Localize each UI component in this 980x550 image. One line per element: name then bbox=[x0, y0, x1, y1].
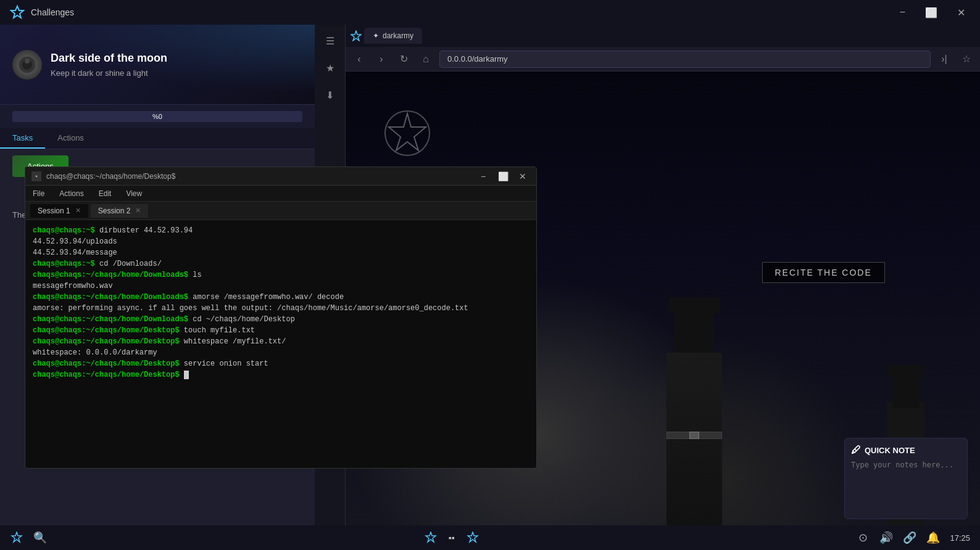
quick-note-header: 🖊 QUICK NOTE bbox=[851, 445, 961, 456]
taskbar-left: 🔍 bbox=[10, 531, 47, 544]
sidebar-menu-icon[interactable]: ☰ bbox=[320, 31, 340, 51]
browser-reload-button[interactable]: ↻ bbox=[395, 51, 412, 68]
svg-point-5 bbox=[385, 111, 430, 155]
challenge-header: Dark side of the moon Keep it dark or sh… bbox=[0, 25, 315, 105]
darkarmy-star-logo bbox=[383, 109, 432, 160]
challenge-avatar bbox=[12, 50, 42, 80]
taskbar-app-icon[interactable] bbox=[10, 531, 23, 544]
terminal-menu-view[interactable]: View bbox=[118, 186, 149, 201]
terminal-title-left: ▪ chaqs@chaqs:~/chaqs/home/Desktop$ bbox=[31, 171, 175, 181]
app-title: Challenges bbox=[31, 7, 74, 17]
progress-label: %0 bbox=[152, 113, 162, 120]
quick-note-title: QUICK NOTE bbox=[865, 446, 915, 455]
browser-logo-icon bbox=[351, 30, 362, 41]
terminal-menubar: File Actions Edit View bbox=[25, 186, 536, 202]
quick-note-panel: 🖊 QUICK NOTE bbox=[844, 438, 968, 519]
minimize-button[interactable]: − bbox=[895, 4, 910, 20]
taskbar-right: ⊙ 🔊 🔗 🔔 17:25 bbox=[856, 531, 970, 544]
top-bar: Challenges − ⬜ ✕ bbox=[0, 0, 980, 25]
quick-note-icon: 🖊 bbox=[851, 445, 861, 456]
progress-bar-bg: %0 bbox=[12, 111, 302, 122]
taskbar-display-icon[interactable]: ⊙ bbox=[856, 531, 870, 544]
top-bar-right: − ⬜ ✕ bbox=[895, 4, 970, 21]
browser-home-button[interactable]: ⌂ bbox=[417, 51, 434, 68]
terminal-menu-file[interactable]: File bbox=[25, 186, 52, 201]
taskbar-clock: 17:25 bbox=[950, 533, 970, 543]
svg-marker-8 bbox=[426, 532, 436, 542]
challenge-subtitle: Keep it dark or shine a light bbox=[51, 68, 167, 78]
browser-tab-title: darkarmy bbox=[383, 31, 413, 40]
taskbar-center-icon-3[interactable] bbox=[466, 531, 480, 544]
terminal-session2-label: Session 2 bbox=[98, 207, 131, 215]
taskbar-terminal-icon[interactable]: ▪▪ bbox=[445, 531, 459, 544]
challenge-tabs: Tasks Actions bbox=[0, 128, 315, 149]
terminal-tab-close-2[interactable]: ✕ bbox=[135, 207, 141, 215]
svg-marker-6 bbox=[389, 113, 426, 150]
taskbar-volume-icon[interactable]: 🔊 bbox=[879, 531, 893, 544]
taskbar: 🔍 ▪▪ ⊙ 🔊 🔗 🔔 17:25 bbox=[0, 525, 980, 550]
challenge-info: Dark side of the moon Keep it dark or sh… bbox=[51, 52, 167, 78]
svg-marker-9 bbox=[468, 532, 478, 542]
taskbar-search-icon[interactable]: 🔍 bbox=[33, 531, 47, 544]
terminal-icon: ▪ bbox=[31, 171, 41, 181]
terminal-maximize-button[interactable]: ⬜ bbox=[496, 169, 510, 184]
tab-tasks[interactable]: Tasks bbox=[0, 128, 45, 149]
recite-the-code-badge: RECITE THE CODE bbox=[762, 262, 885, 283]
terminal-tab-close-1[interactable]: ✕ bbox=[75, 207, 81, 215]
top-bar-left: Challenges bbox=[10, 5, 74, 20]
browser-toolbar: ‹ › ↻ ⌂ ›| ☆ bbox=[346, 47, 980, 72]
maximize-button[interactable]: ⬜ bbox=[920, 4, 942, 21]
svg-marker-0 bbox=[11, 6, 23, 18]
terminal-title-text: chaqs@chaqs:~/chaqs/home/Desktop$ bbox=[46, 172, 175, 181]
sidebar-star-icon[interactable]: ★ bbox=[320, 58, 340, 78]
terminal-minimize-button[interactable]: − bbox=[476, 169, 491, 184]
taskbar-notification-icon[interactable]: 🔔 bbox=[926, 531, 940, 544]
browser-address-input[interactable] bbox=[439, 51, 931, 68]
terminal-close-button[interactable]: ✕ bbox=[515, 169, 530, 184]
terminal-tabs-bar: Session 1 ✕ Session 2 ✕ bbox=[25, 202, 536, 220]
terminal-window-buttons: − ⬜ ✕ bbox=[476, 169, 530, 184]
terminal-window: ▪ chaqs@chaqs:~/chaqs/home/Desktop$ − ⬜ … bbox=[25, 166, 537, 469]
challenge-title: Dark side of the moon bbox=[51, 52, 167, 65]
taskbar-center: ▪▪ bbox=[424, 531, 480, 544]
soldier-figure-main bbox=[657, 291, 731, 525]
terminal-tab-session2[interactable]: Session 2 ✕ bbox=[91, 204, 149, 218]
terminal-tab-session1[interactable]: Session 1 ✕ bbox=[30, 204, 88, 218]
browser-back-button[interactable]: ‹ bbox=[351, 51, 368, 68]
terminal-menu-actions[interactable]: Actions bbox=[52, 186, 91, 201]
svg-point-3 bbox=[25, 59, 30, 64]
close-button[interactable]: ✕ bbox=[952, 4, 970, 21]
app-logo-icon bbox=[10, 5, 25, 20]
taskbar-share-icon[interactable]: 🔗 bbox=[903, 531, 916, 544]
progress-bar-container: %0 bbox=[0, 105, 315, 128]
terminal-session1-label: Session 1 bbox=[38, 207, 70, 215]
quick-note-textarea[interactable] bbox=[851, 461, 961, 510]
tab-favicon-icon: ✦ bbox=[373, 31, 379, 40]
svg-marker-7 bbox=[12, 532, 22, 542]
taskbar-center-icon-1[interactable] bbox=[424, 531, 438, 544]
browser-active-tab[interactable]: ✦ darkarmy bbox=[364, 28, 422, 44]
browser-forward-button[interactable]: › bbox=[373, 51, 390, 68]
browser-bookmark-button[interactable]: ☆ bbox=[958, 51, 975, 68]
browser-tab-bar: ✦ darkarmy bbox=[346, 25, 980, 47]
tab-actions[interactable]: Actions bbox=[45, 128, 96, 149]
browser-sidebar-toggle-button[interactable]: ›| bbox=[936, 51, 953, 68]
terminal-body[interactable]: chaqs@chaqs:~$ dirbuster 44.52.93.9444.5… bbox=[25, 220, 536, 468]
terminal-titlebar: ▪ chaqs@chaqs:~/chaqs/home/Desktop$ − ⬜ … bbox=[25, 167, 536, 186]
terminal-menu-edit[interactable]: Edit bbox=[91, 186, 119, 201]
svg-marker-4 bbox=[351, 31, 361, 41]
sidebar-download-icon[interactable]: ⬇ bbox=[320, 85, 340, 105]
